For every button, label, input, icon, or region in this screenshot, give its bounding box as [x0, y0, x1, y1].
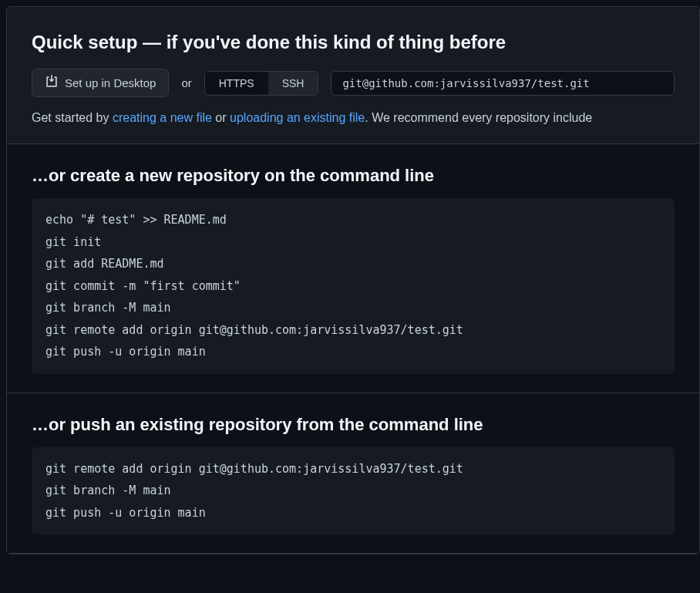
upload-file-link[interactable]: uploading an existing file [230, 111, 365, 124]
repo-url-input[interactable] [331, 71, 675, 96]
get-started-prefix: Get started by [32, 111, 113, 124]
protocol-toggle: HTTPS SSH [204, 71, 319, 96]
ssh-button[interactable]: SSH [268, 72, 318, 95]
https-button[interactable]: HTTPS [205, 72, 268, 95]
push-existing-section: …or push an existing repository from the… [7, 393, 699, 554]
create-file-link[interactable]: creating a new file [113, 111, 212, 124]
setup-desktop-button[interactable]: Set up in Desktop [32, 69, 169, 97]
create-repo-code[interactable]: echo "# test" >> README.md git init git … [32, 198, 675, 374]
repo-setup-panel: Quick setup — if you've done this kind o… [6, 6, 700, 554]
desktop-icon [45, 75, 59, 91]
quick-setup-section: Quick setup — if you've done this kind o… [7, 7, 699, 144]
get-started-text: Get started by creating a new file or up… [32, 111, 675, 125]
create-repo-title: …or create a new repository on the comma… [32, 166, 675, 186]
create-repo-section: …or create a new repository on the comma… [7, 144, 699, 393]
get-started-mid: or [212, 111, 230, 124]
or-separator: or [181, 76, 191, 89]
push-existing-code[interactable]: git remote add origin git@github.com:jar… [32, 447, 675, 535]
setup-desktop-label: Set up in Desktop [65, 76, 156, 89]
push-existing-title: …or push an existing repository from the… [32, 415, 675, 435]
get-started-suffix: . We recommend every repository include [365, 111, 592, 124]
quick-setup-title: Quick setup — if you've done this kind o… [32, 32, 675, 53]
setup-controls-row: Set up in Desktop or HTTPS SSH [32, 69, 675, 97]
